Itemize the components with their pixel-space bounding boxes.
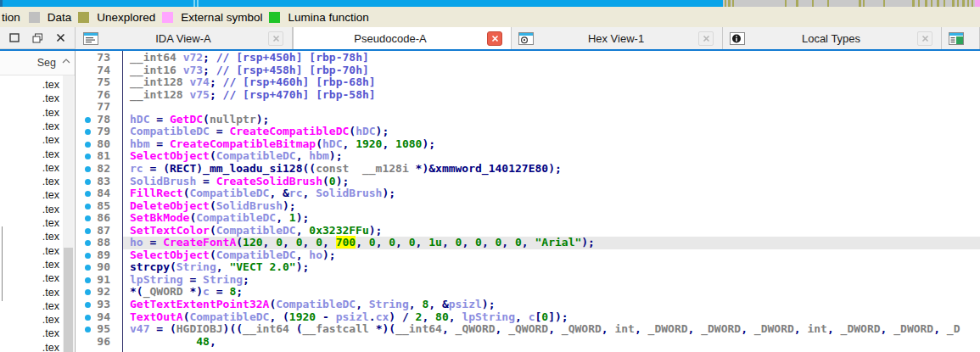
code-token[interactable]: CompatibleDC — [276, 298, 356, 310]
code-token[interactable]: 0 — [515, 236, 522, 249]
code-token[interactable]: ); — [422, 137, 435, 150]
code-token[interactable]: hbm — [130, 137, 149, 150]
segment-list-scrollbar[interactable] — [63, 75, 74, 352]
code-token[interactable]: 1 — [289, 211, 296, 224]
code-line[interactable]: 73__int64 v72; // [rsp+450h] [rbp-78h] — [76, 52, 980, 64]
code-token[interactable]: , — [422, 310, 435, 323]
code-line[interactable]: 96 48, — [76, 336, 980, 349]
code-token[interactable]: , — [296, 149, 310, 162]
tab-partial[interactable] — [942, 27, 980, 49]
code-token[interactable]: ; — [203, 64, 216, 76]
code-token[interactable]: String — [203, 273, 243, 286]
code-token[interactable]: , — [449, 310, 462, 323]
code-token[interactable]: 0 — [409, 236, 416, 249]
segment-row[interactable]: .tex — [0, 258, 63, 271]
code-token[interactable]: // [rsp+450h] [rbp-78h] — [216, 51, 369, 64]
code-token[interactable]: psizl — [449, 298, 482, 310]
code-token[interactable]: v75 — [189, 88, 209, 101]
code-line[interactable]: 76__int128 v75; // [rsp+470h] [rbp-58h] — [76, 89, 980, 102]
code-token[interactable]: ( — [236, 236, 243, 249]
code-token[interactable]: 0 — [541, 310, 548, 323]
code-token[interactable]: // [rsp+470h] [rbp-58h] — [223, 88, 376, 101]
code-token[interactable]: DeleteObject — [130, 199, 210, 212]
code-token[interactable]: int — [614, 322, 634, 335]
code-token[interactable]: _D — [947, 322, 960, 335]
code-token[interactable]: int — [807, 322, 826, 335]
segment-row[interactable]: .tex — [0, 230, 63, 243]
code-token[interactable]: ( — [289, 322, 303, 335]
code-token[interactable]: , — [688, 322, 702, 335]
code-token[interactable]: ho — [309, 249, 322, 261]
code-token[interactable]: __int128 — [130, 75, 189, 88]
code-token[interactable]: , — [462, 236, 475, 249]
code-token[interactable]: SolidBrush — [316, 187, 382, 199]
code-line[interactable]: 79CompatibleDC = CreateCompatibleDC(hDC)… — [76, 126, 980, 138]
code-token[interactable]: nullptr — [210, 113, 256, 126]
code-token[interactable]: SelectObject — [130, 249, 210, 261]
segment-row[interactable]: .tex — [0, 244, 63, 258]
code-token[interactable]: ); — [296, 211, 310, 224]
segment-row[interactable]: .tex — [0, 203, 63, 216]
code-token[interactable]: SetTextColor — [130, 224, 210, 237]
code-token[interactable]: , — [356, 236, 369, 249]
code-token[interactable]: 0 — [329, 175, 336, 187]
code-token[interactable]: ); — [256, 113, 270, 126]
segment-row[interactable]: .tex — [0, 313, 63, 327]
code-line[interactable]: 92*(_QWORD *)c = 8; — [76, 286, 980, 299]
code-token[interactable]: , — [276, 211, 289, 224]
code-token[interactable]: = ( — [143, 162, 170, 175]
code-line[interactable]: 75__int128 v74; // [rsp+460h] [rbp-68h] — [76, 76, 980, 89]
code-token[interactable]: hDC — [130, 113, 149, 126]
code-line[interactable]: 82rc = (RECT)_mm_loadu_si128((const __m1… — [76, 163, 980, 176]
code-token[interactable]: = — [210, 285, 229, 298]
segment-row[interactable]: .tex — [0, 327, 63, 340]
code-token[interactable]: psizl — [336, 310, 369, 323]
code-token[interactable]: CompatibleDC — [189, 187, 269, 199]
code-token[interactable]: ); — [283, 199, 296, 212]
code-token[interactable]: , — [482, 236, 496, 249]
code-token[interactable]: , — [522, 236, 535, 249]
code-token[interactable]: rc — [130, 162, 143, 175]
code-token[interactable]: ( — [210, 224, 216, 237]
code-token[interactable]: ( — [322, 175, 329, 187]
code-token[interactable]: = — [196, 175, 216, 187]
code-token[interactable]: _QWORD — [508, 322, 548, 335]
code-token[interactable]: rc — [289, 187, 303, 199]
code-line[interactable]: 81SelectObject(CompatibleDC, hbm); — [76, 150, 980, 163]
code-line[interactable]: 84FillRect(CompatibleDC, &rc, SolidBrush… — [76, 187, 980, 200]
code-token[interactable]: , — [322, 236, 336, 249]
code-token[interactable]: , — [442, 322, 456, 335]
tab-pseudocode-a[interactable]: Pseudocode-A — [293, 27, 512, 49]
code-token[interactable]: v74 — [189, 75, 209, 88]
code-token[interactable]: , — [395, 236, 409, 249]
tab-close-button[interactable] — [487, 31, 502, 46]
code-token[interactable]: ); — [581, 236, 595, 249]
code-token[interactable]: 700 — [336, 236, 356, 249]
code-line[interactable]: 85DeleteObject(SolidBrush); — [76, 200, 980, 213]
code-token[interactable]: , — [548, 322, 562, 335]
code-token[interactable]: *( — [130, 285, 143, 298]
code-token[interactable]: ]); — [548, 310, 568, 323]
code-token[interactable]: = — [149, 113, 169, 126]
tab-close-button[interactable] — [268, 31, 283, 46]
segment-row[interactable]: .tex — [0, 341, 63, 352]
code-token[interactable]: c — [203, 285, 210, 298]
code-token[interactable]: hbm — [309, 149, 328, 162]
code-token[interactable]: ); — [336, 175, 350, 187]
segment-row[interactable]: .tex — [0, 299, 63, 313]
code-line[interactable]: 91lpString = String; — [76, 274, 980, 287]
close-panel-button[interactable] — [55, 33, 66, 43]
code-token[interactable]: , — [303, 187, 316, 199]
code-token[interactable]: 1920 — [356, 137, 382, 150]
code-token[interactable]: ) — [196, 162, 203, 175]
code-token[interactable]: ( — [170, 260, 176, 273]
code-token[interactable]: , — [827, 322, 841, 335]
code-token[interactable]: ); — [329, 149, 343, 162]
code-line[interactable]: 78hDC = GetDC(nullptr); — [76, 114, 980, 126]
code-line[interactable]: 88ho = CreateFontA(120, 0, 0, 0, 700, 0,… — [76, 237, 980, 249]
code-token[interactable]: CompatibleDC — [216, 249, 296, 261]
code-token[interactable]: ( — [203, 113, 210, 126]
code-token[interactable]: , — [356, 298, 369, 310]
code-token[interactable]: CreateFontA — [163, 236, 236, 249]
segment-row[interactable]: .tex — [0, 286, 63, 299]
